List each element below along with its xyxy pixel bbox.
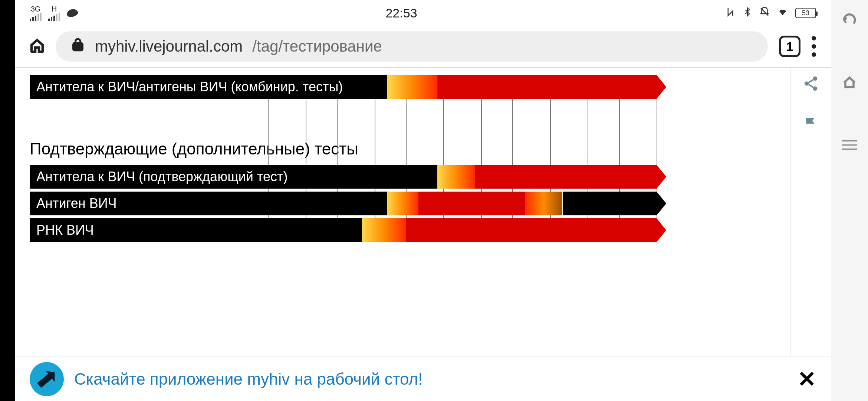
arrow-icon (657, 165, 666, 189)
system-nav-bar (831, 0, 868, 401)
svg-point-1 (813, 76, 817, 81)
chart-row-label: Антитела к ВИЧ/антигены ВИЧ (комбинир. т… (30, 75, 387, 99)
tabs-button[interactable]: 1 (779, 36, 800, 57)
arrow-icon (657, 192, 666, 215)
device-pillarbox-left (0, 0, 15, 401)
battery-level: 53 (802, 9, 809, 17)
chart-bar-segment (406, 218, 657, 242)
chart-bar-segment (418, 192, 525, 215)
chart-bar-segment (437, 165, 475, 189)
chart-bar-segment (387, 192, 418, 215)
chart-row-label: Антиген ВИЧ (30, 192, 387, 215)
lj-app-icon[interactable] (30, 362, 64, 396)
signal-1: 3G (30, 5, 42, 21)
lock-icon (70, 37, 85, 56)
chart-row-label: Антитела к ВИЧ (подтверждающий тест) (30, 165, 437, 189)
arrow-icon (657, 218, 666, 242)
browser-toolbar: myhiv.livejournal.com/tag/тестирование 1 (15, 26, 831, 67)
svg-point-2 (804, 81, 809, 86)
chart-bar-segment (475, 165, 657, 189)
chart-row-label: РНК ВИЧ (30, 218, 362, 242)
bean-icon (66, 8, 79, 18)
bluetooth-icon (743, 6, 752, 20)
menu-button[interactable] (812, 36, 816, 57)
battery-indicator: 53 (795, 8, 816, 18)
tabs-count: 1 (786, 39, 793, 54)
svg-point-3 (813, 87, 817, 91)
signal-2-type: H (52, 5, 57, 13)
chart-bar-segment (525, 192, 562, 215)
chart-row: Антитела к ВИЧ/антигены ВИЧ (комбинир. т… (30, 75, 657, 99)
status-bar: 3G H 22:53 (15, 0, 831, 26)
recents-icon[interactable] (841, 136, 858, 154)
share-icon[interactable] (802, 75, 819, 94)
url-host: myhiv.livejournal.com (95, 38, 243, 55)
address-bar[interactable]: myhiv.livejournal.com/tag/тестирование (56, 31, 768, 62)
chart-gridlines (30, 75, 657, 242)
chart-bar-segment (387, 75, 437, 99)
page-content[interactable]: Антитела к ВИЧ/антигены ВИЧ (комбинир. т… (15, 68, 790, 401)
chart-row: РНК ВИЧ (30, 218, 657, 242)
chart-row: Антитела к ВИЧ (подтверждающий тест) (30, 165, 657, 189)
close-icon[interactable]: ✕ (798, 366, 816, 392)
chart-bar-segment (437, 75, 657, 99)
back-icon[interactable] (841, 11, 858, 29)
timeline-chart: Антитела к ВИЧ/антигены ВИЧ (комбинир. т… (30, 75, 657, 242)
svg-rect-0 (73, 43, 82, 50)
url-path: /tag/тестирование (252, 38, 382, 55)
flag-icon[interactable] (802, 116, 819, 134)
home-icon[interactable] (30, 38, 45, 55)
signal-2: H (48, 5, 60, 21)
nfc-icon (725, 6, 736, 20)
chart-row: Антиген ВИЧ (30, 192, 657, 215)
wifi-icon (777, 7, 789, 20)
clock: 22:53 (385, 6, 417, 20)
signal-1-type: 3G (31, 5, 41, 13)
chart-bar-segment (563, 192, 657, 215)
download-banner: Скачайте приложение myhiv на рабочий сто… (15, 356, 831, 401)
mute-icon (759, 6, 770, 20)
home-nav-icon[interactable] (841, 74, 858, 91)
banner-text[interactable]: Скачайте приложение myhiv на рабочий сто… (74, 370, 423, 388)
lj-sidebar (790, 68, 831, 401)
arrow-icon (657, 75, 666, 99)
chart-bar-segment (362, 218, 406, 242)
